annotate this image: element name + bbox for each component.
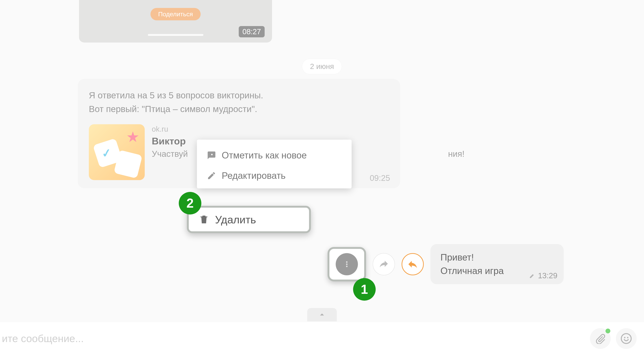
chevron-up-icon — [317, 310, 327, 320]
svg-point-2 — [346, 266, 348, 267]
smiley-icon — [620, 333, 632, 345]
menu-item-edit[interactable]: Редактировать — [197, 165, 352, 186]
expand-toggle[interactable] — [307, 308, 337, 321]
pencil-icon — [207, 171, 216, 180]
trash-icon — [199, 214, 209, 225]
reply-icon — [407, 259, 418, 270]
message-outgoing[interactable]: Привет! Отличная игра 13:29 — [430, 244, 564, 284]
menu-label: Удалить — [215, 213, 256, 226]
svg-point-3 — [621, 334, 631, 343]
svg-point-4 — [624, 337, 625, 338]
callout-badge-2: 2 — [179, 192, 201, 215]
attachment-card: Поделиться 08:27 — [79, 0, 272, 42]
message-text-line: Привет! — [440, 251, 554, 264]
svg-point-1 — [346, 264, 348, 265]
composer-bar: ите сообщение... — [0, 322, 644, 355]
link-domain: ok.ru — [152, 125, 389, 133]
message-text-line: Я ответила на 5 из 5 вопросов викторины. — [89, 89, 389, 102]
emoji-button[interactable] — [616, 328, 636, 349]
reply-button[interactable] — [402, 253, 424, 275]
attach-badge-dot — [606, 329, 610, 333]
star-icon: ★ — [126, 128, 140, 145]
card-progress-bar — [148, 34, 204, 36]
svg-point-5 — [627, 337, 628, 338]
more-actions-highlight — [328, 247, 366, 281]
edited-pencil-icon — [529, 273, 535, 279]
forward-button[interactable] — [373, 253, 395, 275]
callout-badge-1: 1 — [353, 278, 376, 301]
check-icon: ✓ — [101, 146, 112, 161]
x-icon: ✕ — [122, 158, 134, 173]
dots-vertical-icon — [343, 261, 350, 268]
attachment-time: 08:27 — [239, 26, 265, 37]
date-separator: 2 июня — [302, 59, 342, 74]
menu-item-mark-new[interactable]: Отметить как новое — [197, 145, 352, 165]
message-context-menu: Отметить как новое Редактировать — [197, 140, 352, 188]
svg-point-0 — [346, 261, 348, 263]
more-actions-button[interactable] — [336, 253, 358, 275]
share-button[interactable]: Поделиться — [150, 8, 201, 20]
message-text-line: Вот первый: "Птица – символ мудрости". — [89, 102, 389, 116]
menu-label: Редактировать — [222, 170, 286, 181]
mark-new-icon — [207, 151, 216, 160]
message-input[interactable]: ите сообщение... — [0, 333, 590, 345]
attach-button[interactable] — [590, 328, 611, 349]
paperclip-icon — [595, 333, 606, 344]
menu-item-delete[interactable]: Удалить — [187, 206, 311, 233]
forward-icon — [378, 259, 389, 270]
link-thumb: ★ ✓ ✕ — [89, 124, 145, 180]
menu-label: Отметить как новое — [222, 150, 307, 161]
message-time: 09:25 — [370, 173, 390, 183]
message-time: 13:29 — [538, 271, 558, 280]
